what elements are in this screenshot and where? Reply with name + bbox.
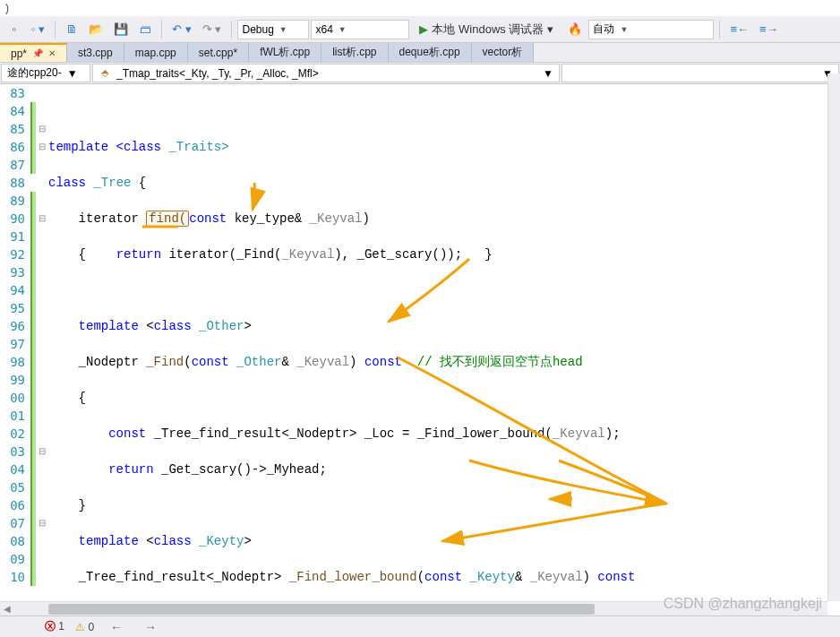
error-count: 1 <box>58 620 64 633</box>
nav-fwd-button[interactable]: ◦ ▾ <box>27 19 49 40</box>
main-toolbar: ◦ ◦ ▾ 🗎 📂 💾 🗃 ↶ ▾ ↷ ▾ Debug▼ x64▼ ▶ 本地 W… <box>0 16 840 43</box>
watermark-text: CSDN @zhangzhangkeji <box>664 596 822 612</box>
pin-icon[interactable]: 📌 <box>32 48 43 58</box>
hot-reload-icon[interactable]: 🔥 <box>563 19 587 40</box>
tab-vector[interactable]: vector析 <box>472 43 535 62</box>
redo-button[interactable]: ↷ ▾ <box>198 19 227 40</box>
annotation-arrows <box>48 84 840 595</box>
outdent-icon[interactable]: ≡← <box>725 19 753 40</box>
code-content[interactable]: template <class _Traits> class _Tree { i… <box>48 84 840 620</box>
tab-fwl[interactable]: fWL析.cpp <box>249 43 321 62</box>
menu-remnant: ) <box>0 0 840 16</box>
nav-back-button[interactable]: ◦ <box>4 19 25 40</box>
save-all-button[interactable]: 🗃 <box>134 19 156 40</box>
scroll-thumb[interactable] <box>48 604 595 615</box>
line-numbers: 83848586878889 90919293949596 9798990001… <box>0 84 30 620</box>
prev-issue-button[interactable]: ← <box>110 620 123 634</box>
vertical-scrollbar[interactable] <box>827 73 840 601</box>
fold-margin[interactable]: ⊟⊟ ⊟ ⊟ ⊟ <box>36 84 48 620</box>
tab-map[interactable]: map.cpp <box>124 43 188 62</box>
status-bar: ⓧ 1 ⚠ 0 ← → <box>0 615 840 637</box>
document-tabs: pp* 📌 ✕ st3.cpp map.cpp set.cpp* fWL析.cp… <box>0 43 840 63</box>
debug-label: 本地 Windows 调试器 <box>432 22 544 38</box>
tab-st3[interactable]: st3.cpp <box>67 43 124 62</box>
scroll-left-icon[interactable]: ◀ <box>0 604 14 614</box>
tab-active[interactable]: pp* 📌 ✕ <box>0 43 67 62</box>
config-value: Debug <box>242 23 273 36</box>
undo-button[interactable]: ↶ ▾ <box>167 19 196 40</box>
close-tab-icon[interactable]: ✕ <box>48 48 56 58</box>
save-button[interactable]: 💾 <box>109 19 133 40</box>
open-button[interactable]: 📂 <box>84 19 107 40</box>
navigation-bar: 途的cpp20-▼ ⬘ _Tmap_traits<_Kty, _Ty, _Pr,… <box>0 63 840 84</box>
play-icon: ▶ <box>419 22 428 36</box>
platform-value: x64 <box>315 23 332 36</box>
next-issue-button[interactable]: → <box>144 620 157 634</box>
auto-value: 自动 <box>593 22 614 37</box>
struct-icon: ⬘ <box>99 67 111 80</box>
indent-icon[interactable]: ≡→ <box>755 19 783 40</box>
member-selector[interactable]: ▼ <box>561 64 839 82</box>
start-debug-button[interactable]: ▶ 本地 Windows 调试器 ▾ <box>411 19 561 40</box>
platform-dropdown[interactable]: x64▼ <box>311 20 409 39</box>
tab-set[interactable]: set.cpp* <box>188 43 249 62</box>
tab-deque[interactable]: deque析.cpp <box>389 43 472 62</box>
config-dropdown[interactable]: Debug▼ <box>237 20 309 39</box>
error-icon[interactable]: ⓧ <box>45 620 56 633</box>
find-highlight: find( <box>146 211 189 227</box>
type-selector[interactable]: ⬘ _Tmap_traits<_Kty, _Ty, _Pr, _Alloc, _… <box>92 64 560 82</box>
warning-count: 0 <box>88 621 94 633</box>
scope-selector[interactable]: 途的cpp20-▼ <box>1 64 90 82</box>
warning-icon[interactable]: ⚠ <box>75 621 85 633</box>
code-editor[interactable]: 83848586878889 90919293949596 9798990001… <box>0 84 840 620</box>
auto-dropdown[interactable]: 自动▼ <box>588 20 714 39</box>
new-file-button[interactable]: 🗎 <box>61 19 82 40</box>
tab-list[interactable]: list析.cpp <box>321 43 388 62</box>
